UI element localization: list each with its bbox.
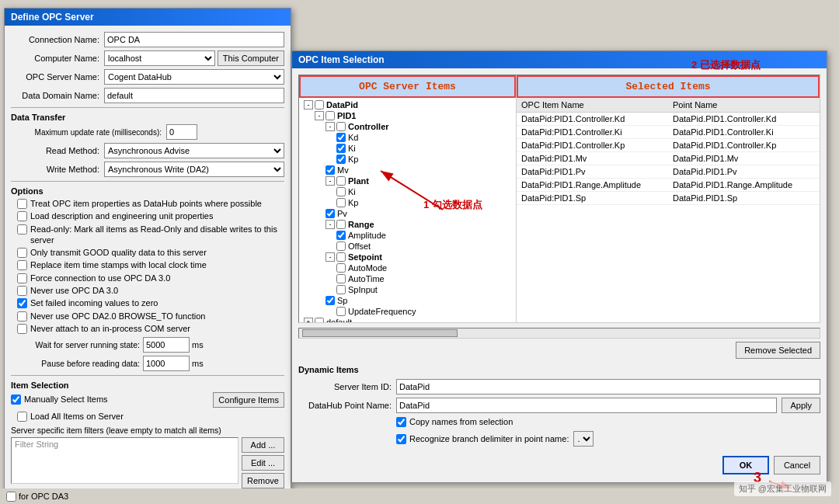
tree-item-offset[interactable]: Offset [302, 241, 513, 252]
tree-checkbox-sp[interactable] [326, 296, 335, 305]
tree-expander-datapid[interactable]: - [304, 100, 313, 109]
tree-checkbox-range[interactable] [336, 220, 346, 229]
option-9-checkbox[interactable] [17, 311, 27, 322]
point-name-cell: DataPid.PID1.Sp [668, 192, 820, 205]
datahub-point-input[interactable] [396, 398, 777, 413]
tree-item-amplitude[interactable]: Amplitude [302, 230, 513, 241]
tree-item-plant[interactable]: - Plant [302, 176, 513, 186]
datahub-point-label: DataHub Point Name: [298, 401, 392, 410]
tree-checkbox-autotime[interactable] [336, 274, 346, 283]
recognize-branch-checkbox[interactable] [396, 434, 406, 444]
tree-item-sp[interactable]: Sp [302, 295, 513, 306]
tree-item-ki-ctrl[interactable]: Ki [302, 143, 513, 154]
pause-reading-input[interactable] [143, 356, 190, 371]
tree-item-kd[interactable]: Kd [302, 132, 513, 143]
tree-expander-controller[interactable]: - [326, 122, 335, 131]
tree-expander-default[interactable]: + [304, 318, 313, 322]
dynamic-items-title: Dynamic Items [298, 365, 820, 374]
tree-label-offset: Offset [348, 242, 371, 251]
tree-checkbox-pid1[interactable] [326, 111, 335, 120]
option-8-checkbox[interactable] [17, 298, 27, 308]
tree-item-controller[interactable]: - Controller [302, 121, 513, 132]
pause-reading-label: Pause before reading data: [11, 359, 143, 368]
tree-checkbox-ki-plant[interactable] [336, 187, 346, 196]
filter-list[interactable]: Filter String [11, 437, 238, 484]
opc-ok-button[interactable]: OK [722, 456, 769, 474]
tree-item-kp-ctrl[interactable]: Kp [302, 154, 513, 165]
tree-checkbox-spinput[interactable] [336, 285, 346, 294]
option-10-checkbox[interactable] [17, 324, 27, 334]
configure-items-button[interactable]: Configure Items [213, 392, 284, 408]
tree-checkbox-amplitude[interactable] [336, 231, 346, 240]
max-update-input[interactable] [166, 124, 197, 140]
add-filter-button[interactable]: Add ... [242, 437, 284, 453]
option-5-checkbox[interactable] [17, 260, 27, 270]
server-item-id-input[interactable] [396, 379, 820, 395]
option-1-checkbox[interactable] [17, 199, 27, 209]
tree-checkbox-updatefreq[interactable] [336, 307, 346, 316]
connection-name-input[interactable] [104, 32, 284, 47]
tree-checkbox-kp-plant[interactable] [336, 198, 346, 207]
tree-checkbox-pv[interactable] [326, 209, 335, 218]
options-section: Options [11, 186, 284, 196]
tree-item-datapid[interactable]: - DataPid [302, 99, 513, 110]
option-4-checkbox[interactable] [17, 248, 27, 258]
tree-item-ki-plant[interactable]: Ki [302, 186, 513, 197]
tree-checkbox-controller[interactable] [336, 122, 346, 131]
manually-select-label: Manually Select Items [24, 394, 108, 405]
tree-checkbox-plant[interactable] [336, 176, 346, 186]
wait-server-input[interactable] [143, 337, 190, 353]
tree-item-range[interactable]: - Range [302, 219, 513, 230]
load-all-items-checkbox[interactable] [17, 412, 27, 422]
tree-item-updatefreq[interactable]: UpdateFrequency [302, 306, 513, 317]
point-name-cell: DataPid.PID1.Controller.Ki [668, 126, 820, 139]
tree-item-autotime[interactable]: AutoTime [302, 273, 513, 284]
tree-checkbox-offset[interactable] [336, 242, 346, 251]
remove-selected-button[interactable]: Remove Selected [736, 342, 820, 359]
option-7-checkbox[interactable] [17, 286, 27, 296]
opc-cancel-button[interactable]: Cancel [774, 456, 820, 474]
write-method-select[interactable]: Asynchronous Write (DA2) [104, 162, 284, 177]
tree-item-setpoint[interactable]: - Setpoint [302, 252, 513, 262]
manually-select-checkbox[interactable] [11, 395, 21, 405]
table-row: DataPid:PID1.Controller.KiDataPid.PID1.C… [517, 126, 820, 139]
read-method-select[interactable]: Asynchronous Advise [104, 143, 284, 158]
delimiter-select[interactable]: . [573, 431, 594, 447]
scroll-thumb[interactable] [302, 329, 458, 337]
edit-filter-button[interactable]: Edit ... [242, 455, 284, 471]
tree-checkbox-ki-ctrl[interactable] [336, 144, 346, 153]
option-7-label: Never use OPC DA 3.0 [30, 285, 118, 296]
tree-item-spinput[interactable]: SpInput [302, 284, 513, 295]
horizontal-scrollbar[interactable] [298, 328, 820, 339]
tree-expander-setpoint[interactable]: - [326, 252, 335, 262]
data-domain-label: Data Domain Name: [11, 91, 104, 100]
tree-label-pv: Pv [337, 209, 347, 218]
computer-name-select[interactable]: localhost [104, 50, 215, 66]
tree-item-default[interactable]: + default [302, 317, 513, 322]
tree-checkbox-automode[interactable] [336, 263, 346, 273]
tree-item-automode[interactable]: AutoMode [302, 262, 513, 273]
tree-checkbox-setpoint[interactable] [336, 252, 346, 262]
tree-checkbox-kd[interactable] [336, 133, 346, 142]
this-computer-button[interactable]: This Computer [218, 50, 284, 66]
for-opc-da3-checkbox[interactable] [6, 492, 16, 502]
tree-expander-range[interactable]: - [326, 220, 335, 229]
remove-filter-button[interactable]: Remove [242, 473, 284, 488]
option-6-checkbox[interactable] [17, 273, 27, 283]
tree-item-pid1[interactable]: - PID1 [302, 110, 513, 121]
tree-checkbox-mv[interactable] [326, 165, 335, 175]
copy-names-checkbox[interactable] [396, 417, 406, 427]
option-2-checkbox[interactable] [17, 211, 27, 221]
apply-button[interactable]: Apply [782, 398, 820, 413]
tree-expander-pid1[interactable]: - [315, 111, 324, 120]
table-row: DataPid:PID1.MvDataPid.PID1.Mv [517, 152, 820, 165]
opc-server-select[interactable]: Cogent DataHub [104, 69, 284, 85]
data-domain-input[interactable] [104, 88, 284, 103]
option-3-checkbox[interactable] [17, 224, 27, 235]
tree-checkbox-kp-ctrl[interactable] [336, 155, 346, 164]
tree-expander-plant[interactable]: - [326, 176, 335, 186]
watermark: 知乎 @宏集工业物联网 [734, 481, 831, 496]
tree-checkbox-datapid[interactable] [315, 100, 324, 109]
tree-checkbox-default[interactable] [315, 318, 324, 322]
tree-item-mv[interactable]: Mv [302, 165, 513, 176]
